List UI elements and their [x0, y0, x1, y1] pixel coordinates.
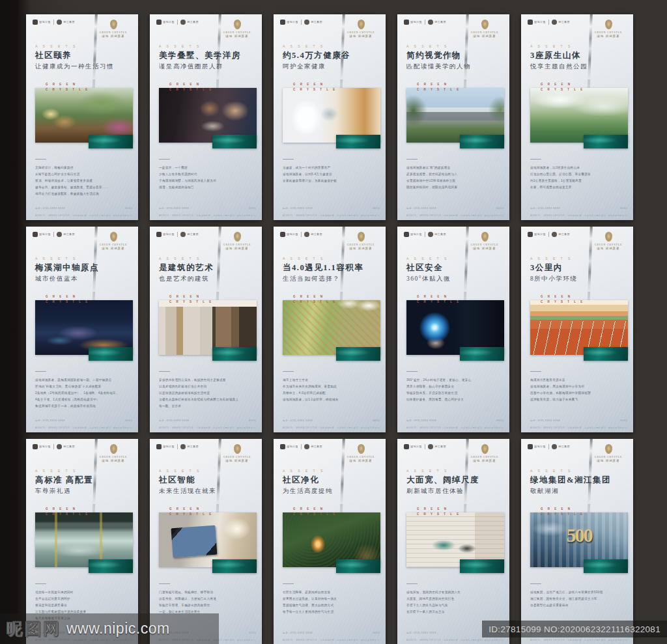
xiangjiang-logo: 湘江集团 — [428, 444, 446, 449]
developer-logos: 绿地控股 湘江集团 — [528, 444, 570, 449]
teal-accent-bar — [584, 559, 628, 573]
brand-emblem: GREEN CRYSTLE 绿地 湖湘原著 — [96, 444, 130, 462]
poster-title: 是建筑的艺术 — [159, 262, 257, 273]
emblem-en-text: GREEN CRYSTLE — [591, 31, 625, 34]
logo-divider — [301, 20, 302, 25]
poster: 绿地控股 湘江集团 GREEN CRYSTLE 绿地 湖湘原著 A S S E … — [274, 227, 386, 432]
greenland-logo-label: 绿地控股 — [39, 445, 51, 448]
logo-divider — [177, 232, 178, 237]
teal-accent-bar — [89, 347, 133, 361]
assets-label: A S S E T S — [35, 469, 78, 473]
greenland-logo-label: 绿地控股 — [163, 445, 175, 448]
poster-title: 大面宽、阔绰尺度 — [406, 475, 504, 486]
poster-grid: 绿地控股 湘江集团 GREEN CRYSTLE 绿地 湖湘原著 A S S E … — [0, 0, 667, 644]
body-line: 2条地铁（2号线西延线规划中）、1条城铁、4条有轨电车、 — [35, 390, 132, 397]
green-overlay-line2: C R Y S T L E — [293, 512, 337, 517]
crest-icon — [234, 444, 241, 454]
poster-title: 3公里内 — [530, 262, 628, 273]
green-overlay-line1: G R E E N — [541, 507, 584, 512]
poster-subtitle: 谨呈高净值圈层人群 — [159, 63, 257, 71]
greenland-logo: 绿地控股 — [528, 444, 546, 449]
green-overlay-line1: G R E E N — [169, 82, 213, 87]
poster-subtitle: 悦享主题自然公园 — [530, 63, 628, 71]
logo-divider — [548, 20, 549, 25]
xiangjiang-logo: 湘江集团 — [552, 444, 570, 449]
body-copy: 360°监控，24小时电子巡更，更贴心、更安心周界入侵报警，贴心守护家园安全智能… — [406, 377, 504, 403]
emblem-cn-text: 绿地 湖湘原著 — [220, 459, 254, 462]
crest-icon — [110, 20, 117, 29]
green-crystle-overlay: G R E E N C R Y S T L E — [417, 507, 461, 517]
body-line: 西雅中小学在侧，长郡梅溪湖中学隔湖相望 — [530, 390, 627, 397]
green-overlay-line2: C R Y S T L E — [169, 300, 213, 305]
body-line: 一处居所，一个圈层 — [159, 165, 256, 171]
emblem-cn-text: 绿地 湖湘原著 — [96, 247, 130, 250]
teal-accent-bar — [460, 347, 504, 361]
poster-footer: 电话：0731-XXXX XXXX 02/15 — [159, 207, 256, 210]
green-overlay-line2: C R Y S T L E — [293, 87, 337, 92]
xiangjiang-logo-icon — [428, 20, 433, 25]
xiangjiang-logo-icon — [552, 20, 557, 25]
emblem-en-text: GREEN CRYSTLE — [468, 31, 502, 34]
developer-logos: 绿地控股 湘江集团 — [280, 444, 322, 449]
body-line: 景观植物空气治理、用大自然的方式 — [283, 602, 380, 609]
emblem-cn-text: 绿地 湖湘原著 — [344, 459, 378, 462]
teal-accent-bar — [336, 559, 380, 573]
greenland-logo-label: 绿地控股 — [287, 233, 298, 236]
footer-disclaimer: ASSETS · GREEN CRYSTLE · 绿地湖湘原著 · 本资料仅为要… — [283, 427, 380, 429]
footer-disclaimer: ASSETS · GREEN CRYSTLE · 绿地湖湘原著 · 本资料仅为要… — [283, 639, 380, 641]
emblem-en-text: GREEN CRYSTLE — [220, 31, 254, 34]
crest-icon — [605, 444, 612, 454]
xiangjiang-logo-label: 湘江集团 — [558, 445, 570, 448]
brand-emblem: GREEN CRYSTLE 绿地 湖湘原著 — [591, 444, 625, 462]
xiangjiang-logo-label: 湘江集团 — [311, 445, 322, 448]
footer-contact: 电话：0731-XXXX XXXX — [530, 207, 560, 210]
teal-accent-bar — [212, 347, 257, 361]
xiangjiang-logo: 湘江集团 — [57, 20, 75, 25]
poster-footer: 电话：0731-XXXX XXXX 09/15 — [406, 419, 504, 422]
body-line: 倾尽全力打造健康配套，将健康融入生活点滴 — [35, 191, 132, 197]
footer-page-number: 13/15 — [373, 632, 380, 634]
xiangjiang-logo-icon — [57, 20, 62, 25]
xiangjiang-logo-icon — [552, 232, 557, 237]
green-overlay-line1: G R E E N — [46, 82, 89, 87]
crest-icon — [605, 20, 612, 29]
poster-subtitle: 未来生活现在就来 — [159, 487, 257, 496]
green-overlay-line1: G R E E N — [293, 82, 337, 87]
footer-page-number: 05/15 — [620, 207, 627, 210]
footer-contact: 电话：0731-XXXX XXXX — [530, 419, 560, 422]
logo-divider — [177, 444, 178, 449]
nipic-url-text: www.nipic.com — [66, 620, 170, 637]
assets-label: A S S E T S — [530, 257, 573, 260]
green-crystle-overlay: G R E E N C R Y S T L E — [541, 507, 584, 517]
poster-subtitle: 匹配读懂美学的人物 — [406, 63, 504, 71]
poster: 绿地控股 湘江集团 GREEN CRYSTLE 绿地 湖湘原著 A S S E … — [274, 439, 386, 644]
crest-icon — [110, 444, 117, 454]
assets-label: A S S E T S — [35, 257, 78, 260]
logo-divider — [425, 444, 425, 449]
poster: 绿地控股 湘江集团 GREEN CRYSTLE 绿地 湖湘原著 A S S E … — [397, 14, 509, 220]
greenland-logo: 绿地控股 — [528, 20, 546, 25]
divider-line — [159, 159, 170, 160]
poster: 绿地控股 湘江集团 GREEN CRYSTLE 绿地 湖湘原著 A S S E … — [521, 14, 633, 220]
assets-label: A S S E T S — [283, 44, 325, 48]
poster-footer: 电话：0731-XXXX XXXX 04/15 — [406, 207, 504, 210]
body-line: 360°监控，24小时电子巡更，更贴心、更安心 — [406, 377, 504, 384]
footer-disclaimer: ASSETS · GREEN CRYSTLE · 绿地湖湘原著 · 本资料仅为要… — [530, 639, 627, 641]
green-overlay-line2: C R Y S T L E — [541, 512, 584, 517]
footer-contact: 电话：0731-XXXX XXXX — [35, 419, 65, 422]
divider-line — [35, 371, 46, 372]
emblem-cn-text: 绿地 湖湘原著 — [468, 247, 502, 250]
greenland-logo-icon — [33, 20, 38, 25]
footer-disclaimer: ASSETS · GREEN CRYSTLE · 绿地湖湘原著 · 本资料仅为要… — [406, 427, 504, 429]
body-line: 4条主干道、1大交通枢纽（高铁西站建设中） — [35, 397, 132, 403]
poster-footer: 电话：0731-XXXX XXXX 07/15 — [159, 419, 256, 422]
emblem-en-text: GREEN CRYSTLE — [344, 455, 378, 458]
footer-contact: 电话：0731-XXXX XXXX — [283, 632, 313, 634]
greenland-logo-icon — [33, 232, 38, 237]
poster-subtitle: 为生活高度提纯 — [283, 487, 380, 496]
xiangjiang-logo: 湘江集团 — [180, 232, 199, 237]
xiangjiang-logo-icon — [180, 444, 186, 449]
body-copy: 一处居所，一个圈层少数人占有多数资源的时代于梅溪湖藏湖墅，与湖南高净值人群为邻偶… — [159, 165, 256, 191]
divider-line — [530, 583, 541, 584]
greenland-logo: 绿地控股 — [528, 232, 546, 237]
